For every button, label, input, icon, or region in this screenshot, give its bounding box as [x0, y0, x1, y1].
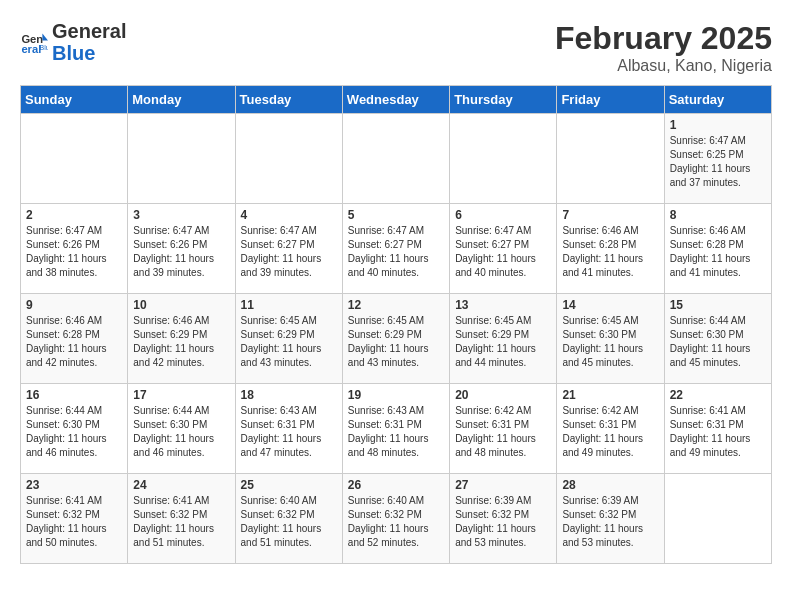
calendar-cell — [128, 114, 235, 204]
calendar-cell: 27Sunrise: 6:39 AM Sunset: 6:32 PM Dayli… — [450, 474, 557, 564]
calendar-cell: 28Sunrise: 6:39 AM Sunset: 6:32 PM Dayli… — [557, 474, 664, 564]
day-number: 20 — [455, 388, 551, 402]
location-title: Albasu, Kano, Nigeria — [555, 57, 772, 75]
day-number: 3 — [133, 208, 229, 222]
calendar-cell — [235, 114, 342, 204]
day-info: Sunrise: 6:46 AM Sunset: 6:28 PM Dayligh… — [26, 314, 122, 370]
calendar-cell: 3Sunrise: 6:47 AM Sunset: 6:26 PM Daylig… — [128, 204, 235, 294]
day-number: 28 — [562, 478, 658, 492]
day-number: 27 — [455, 478, 551, 492]
day-number: 1 — [670, 118, 766, 132]
day-info: Sunrise: 6:42 AM Sunset: 6:31 PM Dayligh… — [562, 404, 658, 460]
calendar-cell — [664, 474, 771, 564]
day-info: Sunrise: 6:39 AM Sunset: 6:32 PM Dayligh… — [562, 494, 658, 550]
day-info: Sunrise: 6:39 AM Sunset: 6:32 PM Dayligh… — [455, 494, 551, 550]
page-header: Gen eral Blue General Blue February 2025… — [20, 20, 772, 75]
weekday-header: Sunday — [21, 86, 128, 114]
calendar-cell: 13Sunrise: 6:45 AM Sunset: 6:29 PM Dayli… — [450, 294, 557, 384]
day-info: Sunrise: 6:47 AM Sunset: 6:26 PM Dayligh… — [133, 224, 229, 280]
day-info: Sunrise: 6:45 AM Sunset: 6:29 PM Dayligh… — [241, 314, 337, 370]
weekday-header: Tuesday — [235, 86, 342, 114]
weekday-header: Monday — [128, 86, 235, 114]
calendar-week-row: 2Sunrise: 6:47 AM Sunset: 6:26 PM Daylig… — [21, 204, 772, 294]
day-info: Sunrise: 6:45 AM Sunset: 6:29 PM Dayligh… — [455, 314, 551, 370]
day-number: 24 — [133, 478, 229, 492]
calendar-cell: 11Sunrise: 6:45 AM Sunset: 6:29 PM Dayli… — [235, 294, 342, 384]
month-title: February 2025 — [555, 20, 772, 57]
calendar-cell: 21Sunrise: 6:42 AM Sunset: 6:31 PM Dayli… — [557, 384, 664, 474]
day-info: Sunrise: 6:46 AM Sunset: 6:28 PM Dayligh… — [562, 224, 658, 280]
calendar-cell: 17Sunrise: 6:44 AM Sunset: 6:30 PM Dayli… — [128, 384, 235, 474]
calendar-cell: 22Sunrise: 6:41 AM Sunset: 6:31 PM Dayli… — [664, 384, 771, 474]
weekday-header: Wednesday — [342, 86, 449, 114]
day-number: 11 — [241, 298, 337, 312]
day-number: 16 — [26, 388, 122, 402]
calendar-cell: 15Sunrise: 6:44 AM Sunset: 6:30 PM Dayli… — [664, 294, 771, 384]
calendar-cell: 10Sunrise: 6:46 AM Sunset: 6:29 PM Dayli… — [128, 294, 235, 384]
day-info: Sunrise: 6:46 AM Sunset: 6:28 PM Dayligh… — [670, 224, 766, 280]
day-number: 13 — [455, 298, 551, 312]
day-info: Sunrise: 6:47 AM Sunset: 6:27 PM Dayligh… — [455, 224, 551, 280]
calendar-cell: 7Sunrise: 6:46 AM Sunset: 6:28 PM Daylig… — [557, 204, 664, 294]
day-info: Sunrise: 6:43 AM Sunset: 6:31 PM Dayligh… — [348, 404, 444, 460]
calendar-cell: 26Sunrise: 6:40 AM Sunset: 6:32 PM Dayli… — [342, 474, 449, 564]
logo-icon: Gen eral Blue — [20, 28, 48, 56]
calendar-cell — [21, 114, 128, 204]
logo-general: General — [52, 20, 126, 42]
day-number: 23 — [26, 478, 122, 492]
day-number: 17 — [133, 388, 229, 402]
day-number: 6 — [455, 208, 551, 222]
day-number: 5 — [348, 208, 444, 222]
day-number: 25 — [241, 478, 337, 492]
day-number: 14 — [562, 298, 658, 312]
calendar-cell: 1Sunrise: 6:47 AM Sunset: 6:25 PM Daylig… — [664, 114, 771, 204]
day-number: 15 — [670, 298, 766, 312]
calendar-cell — [557, 114, 664, 204]
calendar-cell: 18Sunrise: 6:43 AM Sunset: 6:31 PM Dayli… — [235, 384, 342, 474]
calendar-cell: 9Sunrise: 6:46 AM Sunset: 6:28 PM Daylig… — [21, 294, 128, 384]
svg-text:Blue: Blue — [40, 44, 48, 51]
calendar-cell: 14Sunrise: 6:45 AM Sunset: 6:30 PM Dayli… — [557, 294, 664, 384]
title-block: February 2025 Albasu, Kano, Nigeria — [555, 20, 772, 75]
day-number: 26 — [348, 478, 444, 492]
weekday-header-row: SundayMondayTuesdayWednesdayThursdayFrid… — [21, 86, 772, 114]
day-number: 10 — [133, 298, 229, 312]
svg-marker-2 — [42, 34, 48, 41]
logo-blue: Blue — [52, 42, 126, 64]
calendar-cell: 12Sunrise: 6:45 AM Sunset: 6:29 PM Dayli… — [342, 294, 449, 384]
day-number: 8 — [670, 208, 766, 222]
calendar-week-row: 1Sunrise: 6:47 AM Sunset: 6:25 PM Daylig… — [21, 114, 772, 204]
calendar-cell: 20Sunrise: 6:42 AM Sunset: 6:31 PM Dayli… — [450, 384, 557, 474]
weekday-header: Thursday — [450, 86, 557, 114]
day-info: Sunrise: 6:40 AM Sunset: 6:32 PM Dayligh… — [241, 494, 337, 550]
day-number: 19 — [348, 388, 444, 402]
day-info: Sunrise: 6:42 AM Sunset: 6:31 PM Dayligh… — [455, 404, 551, 460]
day-info: Sunrise: 6:47 AM Sunset: 6:27 PM Dayligh… — [241, 224, 337, 280]
day-number: 9 — [26, 298, 122, 312]
day-info: Sunrise: 6:44 AM Sunset: 6:30 PM Dayligh… — [670, 314, 766, 370]
day-info: Sunrise: 6:41 AM Sunset: 6:31 PM Dayligh… — [670, 404, 766, 460]
calendar-cell: 6Sunrise: 6:47 AM Sunset: 6:27 PM Daylig… — [450, 204, 557, 294]
day-info: Sunrise: 6:46 AM Sunset: 6:29 PM Dayligh… — [133, 314, 229, 370]
calendar-cell: 4Sunrise: 6:47 AM Sunset: 6:27 PM Daylig… — [235, 204, 342, 294]
day-info: Sunrise: 6:41 AM Sunset: 6:32 PM Dayligh… — [26, 494, 122, 550]
logo: Gen eral Blue General Blue — [20, 20, 126, 64]
calendar-cell: 23Sunrise: 6:41 AM Sunset: 6:32 PM Dayli… — [21, 474, 128, 564]
calendar-week-row: 9Sunrise: 6:46 AM Sunset: 6:28 PM Daylig… — [21, 294, 772, 384]
day-info: Sunrise: 6:44 AM Sunset: 6:30 PM Dayligh… — [26, 404, 122, 460]
day-info: Sunrise: 6:43 AM Sunset: 6:31 PM Dayligh… — [241, 404, 337, 460]
calendar-cell: 19Sunrise: 6:43 AM Sunset: 6:31 PM Dayli… — [342, 384, 449, 474]
day-number: 7 — [562, 208, 658, 222]
calendar-cell: 25Sunrise: 6:40 AM Sunset: 6:32 PM Dayli… — [235, 474, 342, 564]
calendar-cell: 16Sunrise: 6:44 AM Sunset: 6:30 PM Dayli… — [21, 384, 128, 474]
svg-text:eral: eral — [21, 43, 41, 55]
calendar-week-row: 16Sunrise: 6:44 AM Sunset: 6:30 PM Dayli… — [21, 384, 772, 474]
calendar-week-row: 23Sunrise: 6:41 AM Sunset: 6:32 PM Dayli… — [21, 474, 772, 564]
day-info: Sunrise: 6:41 AM Sunset: 6:32 PM Dayligh… — [133, 494, 229, 550]
day-info: Sunrise: 6:45 AM Sunset: 6:29 PM Dayligh… — [348, 314, 444, 370]
day-info: Sunrise: 6:45 AM Sunset: 6:30 PM Dayligh… — [562, 314, 658, 370]
calendar-cell: 5Sunrise: 6:47 AM Sunset: 6:27 PM Daylig… — [342, 204, 449, 294]
calendar-cell — [450, 114, 557, 204]
day-number: 2 — [26, 208, 122, 222]
day-number: 21 — [562, 388, 658, 402]
